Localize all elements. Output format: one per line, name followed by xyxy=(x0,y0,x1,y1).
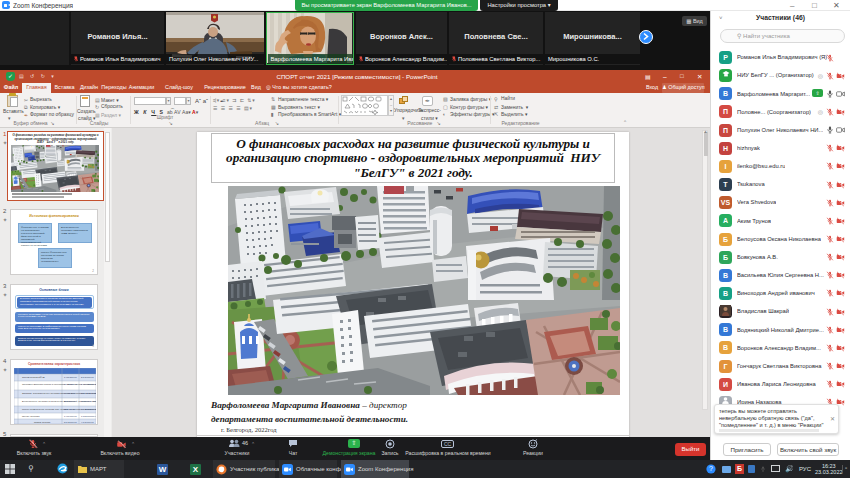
svg-text:Прочие средства: Прочие средства xyxy=(22,415,40,417)
svg-text:1.173.000000 на бюдж. отчислен: 1.173.000000 на бюдж. отчисления xyxy=(81,415,96,417)
svg-text:Объем средств ПФХД: Объем средств ПФХД xyxy=(22,376,45,378)
svg-text:ИТОГО средств:: ИТОГО средств: xyxy=(34,421,51,423)
svg-text:?: ? xyxy=(709,465,713,472)
